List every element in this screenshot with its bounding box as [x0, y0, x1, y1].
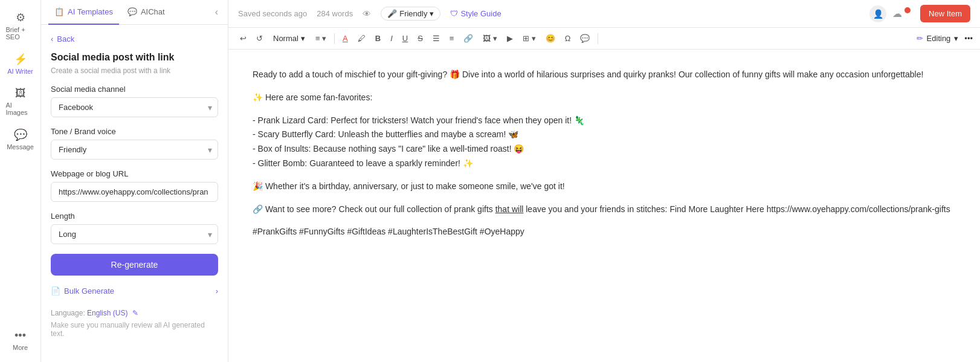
notification-dot — [904, 7, 911, 13]
collapse-panel-button[interactable]: ‹ — [213, 4, 221, 20]
align-button[interactable]: ≡ ▾ — [311, 31, 330, 45]
redo-button[interactable]: ↺ — [252, 31, 267, 45]
text-style-label: Normal — [273, 34, 298, 43]
language-note: Make sure you manually review all AI gen… — [51, 321, 218, 338]
sidebar-item-ai-images[interactable]: 🖼 AI Images — [2, 82, 39, 121]
eye-icon: 👁 — [363, 9, 371, 19]
editing-mode[interactable]: ✏ Editing ▾ ••• — [917, 34, 973, 43]
tone-select[interactable]: Friendly Professional Casual Formal — [51, 140, 218, 160]
link-button[interactable]: 🔗 — [459, 31, 477, 45]
style-chevron-icon: ▾ — [301, 34, 305, 43]
length-select-wrapper: Short Medium Long — [51, 224, 218, 244]
style-guide-link[interactable]: 🛡 Style Guide — [450, 9, 501, 18]
tone-label: Tone / Brand voice — [51, 127, 218, 136]
emoji-button[interactable]: 😊 — [541, 31, 559, 45]
sidebar-item-brief-seo-label: Brief + SEO — [6, 26, 35, 40]
topbar-right: 👤 ☁ New Item — [869, 5, 970, 22]
url-label: Webpage or blog URL — [51, 169, 218, 178]
length-label: Length — [51, 212, 218, 221]
editor-body[interactable]: Ready to add a touch of mischief to your… — [228, 50, 980, 362]
social-channel-field: Social media channel Facebook Twitter In… — [51, 85, 218, 117]
tone-select-wrapper: Friendly Professional Casual Formal — [51, 140, 218, 160]
tab-aichat[interactable]: 💬 AIChat — [121, 0, 171, 25]
editor-paragraph-5: 🔗 Want to see more? Check out our full c… — [253, 202, 956, 217]
social-channel-select[interactable]: Facebook Twitter Instagram LinkedIn — [51, 97, 218, 117]
comment-button[interactable]: 💬 — [576, 31, 594, 45]
sidebar-item-ai-writer[interactable]: ⚡ AI Writer — [2, 48, 39, 80]
length-field: Length Short Medium Long — [51, 212, 218, 244]
tab-aichat-label: AIChat — [141, 7, 165, 16]
style-guide-icon: 🛡 — [450, 9, 458, 18]
toolbar-divider-1 — [334, 33, 335, 44]
sidebar-item-more[interactable]: ••• More — [2, 325, 39, 356]
template-title: Social media post with link — [51, 52, 218, 63]
icon-sidebar: ⚙ Brief + SEO ⚡ AI Writer 🖼 AI Images 💬 … — [0, 0, 41, 362]
cloud-icon[interactable]: ☁ — [892, 8, 902, 19]
language-link[interactable]: English (US) — [87, 309, 127, 317]
bulk-generate-arrow: › — [216, 286, 218, 296]
mic-icon: 🎤 — [387, 9, 397, 18]
play-button[interactable]: ▶ — [503, 31, 517, 45]
table-button[interactable]: ⊞ ▾ — [518, 31, 540, 45]
aichat-icon: 💬 — [127, 7, 137, 16]
panel-tabs: 📋 AI Templates 💬 AIChat ‹ — [41, 0, 228, 25]
collaborator-avatar[interactable]: 👤 — [869, 5, 886, 22]
tab-ai-templates-label: AI Templates — [68, 7, 113, 16]
italic-button[interactable]: I — [386, 31, 397, 45]
text-color-button[interactable]: A — [338, 31, 352, 45]
ai-images-icon: 🖼 — [15, 87, 26, 100]
bulk-generate-left: 📄 Bulk Generate — [51, 286, 114, 296]
editing-more-icon: ••• — [964, 34, 973, 43]
ordered-list-button[interactable]: ≡ — [445, 31, 459, 45]
message-icon: 💬 — [14, 128, 27, 141]
undo-button[interactable]: ↩ — [236, 31, 251, 45]
style-guide-label: Style Guide — [460, 9, 501, 18]
bullet-list-button[interactable]: ☰ — [428, 31, 444, 45]
underline-button[interactable]: U — [398, 31, 412, 45]
editing-chevron-icon: ▾ — [954, 34, 958, 43]
editor-paragraph-6: #PrankGifts #FunnyGifts #GiftIdeas #Laug… — [253, 225, 956, 239]
tone-selector[interactable]: 🎤 Friendly ▾ — [381, 7, 440, 21]
back-arrow-icon: ‹ — [51, 34, 53, 44]
special-chars-button[interactable]: Ω — [561, 31, 575, 45]
social-channel-label: Social media channel — [51, 85, 218, 94]
editor-paragraph-1: Ready to add a touch of mischief to your… — [253, 68, 956, 82]
language-label: Language: — [51, 309, 85, 317]
regenerate-button[interactable]: Re-generate — [51, 254, 218, 276]
sidebar-item-brief-seo[interactable]: ⚙ Brief + SEO — [2, 6, 39, 45]
ai-templates-icon: 📋 — [54, 7, 64, 16]
image-button[interactable]: 🖼 ▾ — [479, 31, 501, 45]
text-style-dropdown[interactable]: Normal ▾ — [268, 31, 310, 45]
highlight-button[interactable]: 🖊 — [353, 31, 370, 45]
word-count: 284 words — [317, 9, 353, 18]
pencil-icon: ✏ — [917, 34, 923, 43]
panel-content: ‹ Back Social media post with link Creat… — [41, 25, 228, 362]
sidebar-item-message[interactable]: 💬 Message — [2, 123, 39, 155]
bulk-generate-icon: 📄 — [51, 286, 60, 296]
brief-seo-icon: ⚙ — [16, 11, 25, 24]
url-input[interactable] — [51, 182, 218, 202]
strikethrough-button[interactable]: S — [413, 31, 427, 45]
panel-sidebar: 📋 AI Templates 💬 AIChat ‹ ‹ Back Social … — [41, 0, 228, 362]
tab-ai-templates[interactable]: 📋 AI Templates — [48, 0, 119, 25]
edit-language-icon[interactable]: ✎ — [132, 309, 138, 317]
social-channel-select-wrapper: Facebook Twitter Instagram LinkedIn — [51, 97, 218, 117]
tone-chevron-icon: ▾ — [430, 9, 434, 18]
main-editor: Saved seconds ago 284 words 👁 🎤 Friendly… — [228, 0, 980, 362]
bulk-generate-label: Bulk Generate — [64, 286, 114, 296]
editing-label: Editing — [927, 34, 951, 43]
back-button[interactable]: ‹ Back — [51, 34, 74, 44]
ai-writer-icon: ⚡ — [14, 53, 27, 66]
length-select[interactable]: Short Medium Long — [51, 224, 218, 244]
tone-field: Tone / Brand voice Friendly Professional… — [51, 127, 218, 160]
back-label: Back — [57, 34, 74, 44]
bulk-generate-row[interactable]: 📄 Bulk Generate › — [51, 283, 218, 299]
editor-topbar: Saved seconds ago 284 words 👁 🎤 Friendly… — [228, 0, 980, 28]
editor-paragraph-4: 🎉 Whether it's a birthday, anniversary, … — [253, 179, 956, 194]
new-item-button[interactable]: New Item — [920, 5, 970, 22]
toolbar-divider-2 — [598, 33, 598, 44]
bold-button[interactable]: B — [371, 31, 385, 45]
language-section: Language: English (US) ✎ — [51, 309, 218, 317]
editor-paragraph-3: - Prank Lizard Card: Perfect for trickst… — [253, 114, 956, 171]
url-field: Webpage or blog URL — [51, 169, 218, 202]
